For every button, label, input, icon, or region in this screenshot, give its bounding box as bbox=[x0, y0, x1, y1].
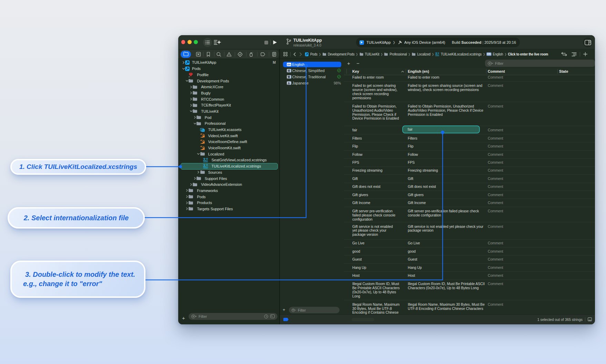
column-header-key[interactable]: Key bbox=[352, 69, 359, 73]
tree-item-tuilivekitapp[interactable]: TUILiveKitAppM bbox=[178, 60, 279, 66]
cell-comment[interactable]: Comment bbox=[488, 151, 553, 157]
breadcrumb-item[interactable]: English bbox=[493, 52, 503, 56]
cell-key[interactable]: Follow bbox=[352, 151, 405, 157]
cell-english[interactable]: Hang Up bbox=[408, 264, 483, 270]
navigator-tab-bookmarks-icon[interactable] bbox=[206, 52, 211, 57]
navigator-tab-reports-icon[interactable] bbox=[272, 52, 277, 57]
navigator-tab-source-control-icon[interactable] bbox=[196, 52, 201, 57]
editor-sparkle-button[interactable] bbox=[214, 40, 221, 46]
run-button[interactable] bbox=[273, 40, 277, 45]
cell-comment[interactable]: Comment bbox=[488, 102, 553, 108]
cell-english[interactable]: Failed to get screen sharing source (scr… bbox=[408, 82, 483, 92]
navigator-tab-breakpoints-icon[interactable] bbox=[260, 52, 265, 57]
tree-item-tuilivekitlocalized-xcstrings[interactable]: 文TUILiveKitLocalized.xcstrings bbox=[178, 163, 279, 169]
minimap-lines-icon[interactable] bbox=[572, 52, 577, 56]
table-row[interactable]: Gift does not existGift does not existCo… bbox=[344, 183, 595, 191]
tree-item-bugly[interactable]: Bugly bbox=[178, 90, 279, 96]
tree-item-seatgridviewlocalized-xcstrings[interactable]: 文SeatGridViewLocalized.xcstrings bbox=[178, 157, 279, 163]
cell-comment[interactable]: Comment bbox=[488, 222, 553, 229]
breadcrumb-item[interactable]: TUILiveKitLocalized.xcstrings bbox=[441, 52, 482, 56]
traffic-light-close-button[interactable] bbox=[181, 40, 185, 44]
inspector-toggle-button[interactable] bbox=[583, 38, 593, 47]
tree-item-podfile[interactable]: pPodfile bbox=[178, 72, 279, 78]
tree-item-atomicxcore[interactable]: AtomicXCore bbox=[178, 84, 279, 90]
cell-english[interactable]: Failed to Obtain Permission, Unauthorize… bbox=[408, 102, 483, 117]
cell-comment[interactable]: Comment bbox=[488, 159, 553, 165]
cell-comment[interactable]: Comment bbox=[488, 255, 553, 262]
cell-english[interactable]: Gift Income bbox=[408, 199, 483, 205]
cell-english[interactable]: Illegal Custom Room ID, Must Be Printabl… bbox=[408, 280, 483, 290]
cell-key[interactable]: Filters bbox=[352, 134, 405, 141]
cell-key[interactable]: Gift service is not enabled yet please c… bbox=[352, 222, 405, 237]
editing-cell-highlight[interactable]: fair bbox=[402, 125, 480, 133]
cell-english[interactable]: Freezing streaming bbox=[408, 167, 483, 173]
cell-english[interactable]: Go Live bbox=[408, 240, 483, 246]
table-row[interactable]: Gift IncomeGift IncomeComment bbox=[344, 199, 595, 207]
add-string-button[interactable]: + bbox=[347, 60, 350, 66]
table-row[interactable]: Illegal Room Name, Maximum 30 Bytes, Mus… bbox=[344, 300, 595, 314]
cell-comment[interactable]: Comment bbox=[488, 280, 553, 286]
tree-item-pods[interactable]: Pods bbox=[178, 194, 279, 200]
cell-comment[interactable]: Comment bbox=[488, 247, 553, 254]
cell-english[interactable]: Gift bbox=[408, 175, 483, 181]
table-row[interactable]: Failed to Obtain Permission, Unauthorize… bbox=[344, 102, 595, 126]
minimap-list-button[interactable] bbox=[203, 38, 212, 47]
cell-english[interactable]: Gift service is not enabled yet please c… bbox=[408, 222, 483, 233]
cell-comment[interactable]: Comment bbox=[488, 199, 553, 205]
cell-key[interactable]: FPS bbox=[352, 159, 405, 165]
tree-item-targets-support-files[interactable]: Targets Support Files bbox=[178, 206, 279, 212]
breadcrumb-item[interactable]: Pods bbox=[310, 52, 317, 56]
cell-comment[interactable]: Comment bbox=[488, 264, 553, 270]
column-header-english[interactable]: English (en) bbox=[408, 69, 429, 73]
cell-comment[interactable]: Comment bbox=[488, 167, 553, 173]
table-row[interactable]: Gift giversGift giversComment bbox=[344, 191, 595, 199]
add-language-button[interactable]: + bbox=[283, 307, 285, 312]
cell-key[interactable]: Flip bbox=[352, 142, 405, 149]
tree-item-voiceroomkit-swift[interactable]: VoiceRoomKit.swift bbox=[178, 145, 279, 151]
language-row-japanese[interactable]: あJapanese98% bbox=[280, 80, 344, 86]
traffic-light-minimize-button[interactable] bbox=[188, 40, 192, 44]
navigator-filter-field[interactable]: Filter bbox=[189, 313, 277, 320]
table-row[interactable]: FPSFPSComment bbox=[344, 159, 595, 166]
cell-key[interactable]: good bbox=[352, 247, 405, 254]
cell-comment[interactable]: Comment bbox=[488, 240, 553, 246]
navigator-tab-debug-icon[interactable] bbox=[249, 52, 254, 57]
table-row[interactable]: Gift service is not enabled yet please c… bbox=[344, 222, 595, 240]
cell-english[interactable]: Flip bbox=[408, 142, 483, 149]
table-row[interactable]: Failed to get screen sharing source (scr… bbox=[344, 82, 595, 102]
cell-english[interactable]: Filters bbox=[408, 134, 483, 141]
cell-comment[interactable]: Comment bbox=[488, 183, 553, 189]
tree-item-videoadvanceextension[interactable]: VideoAdvanceExtension bbox=[178, 181, 279, 188]
cell-english[interactable]: Host bbox=[408, 272, 483, 278]
cell-comment[interactable]: Comment bbox=[488, 134, 553, 141]
add-editor-icon[interactable] bbox=[583, 52, 587, 56]
cell-key[interactable]: Guest bbox=[352, 255, 405, 262]
add-item-button[interactable]: + bbox=[182, 315, 185, 321]
cell-key[interactable]: Gift does not exist bbox=[352, 183, 405, 189]
cell-english[interactable]: Gift server pre-verification failed plea… bbox=[408, 207, 483, 218]
table-row[interactable]: GiftGiftComment bbox=[344, 175, 595, 183]
table-row[interactable]: goodgoodComment bbox=[344, 247, 595, 255]
tree-item-sources[interactable]: Sources bbox=[178, 169, 279, 175]
cell-key[interactable]: Host bbox=[352, 272, 405, 278]
scheme-name[interactable]: TUILiveKitApp bbox=[366, 40, 391, 44]
cell-key[interactable]: Gift bbox=[352, 175, 405, 181]
table-row[interactable]: Go LiveGo LiveComment bbox=[344, 240, 595, 247]
cell-english[interactable]: FPS bbox=[408, 159, 483, 165]
cell-english[interactable]: Follow bbox=[408, 151, 483, 157]
cell-key[interactable]: Failed to Obtain Permission, Unauthorize… bbox=[352, 102, 405, 121]
table-filter-field[interactable]: Filter bbox=[485, 60, 595, 67]
cell-comment[interactable]: Comment bbox=[488, 82, 553, 88]
language-row-english[interactable]: ENEnglish bbox=[280, 61, 344, 68]
source-control-status-icon[interactable] bbox=[270, 314, 275, 318]
scheme-selector[interactable]: TUILiveKitApp ❯ Any iOS Device (arm64) B… bbox=[356, 38, 520, 47]
cell-english[interactable]: Gift does not exist bbox=[408, 183, 483, 189]
tree-item-localized[interactable]: Localized bbox=[178, 151, 279, 157]
cell-key[interactable]: Illegal Room Name, Maximum 30 Bytes, Mus… bbox=[352, 300, 405, 314]
cell-comment[interactable]: Comment bbox=[488, 126, 553, 132]
table-row[interactable]: FiltersFiltersComment bbox=[344, 134, 595, 142]
tree-item-rtccommon[interactable]: RTCCommon bbox=[178, 96, 279, 102]
cell-english[interactable]: Illegal Room Name, Maximum 30 Bytes, Mus… bbox=[408, 300, 483, 311]
cell-comment[interactable]: Comment bbox=[488, 300, 553, 306]
cell-comment[interactable]: Comment bbox=[488, 175, 553, 181]
